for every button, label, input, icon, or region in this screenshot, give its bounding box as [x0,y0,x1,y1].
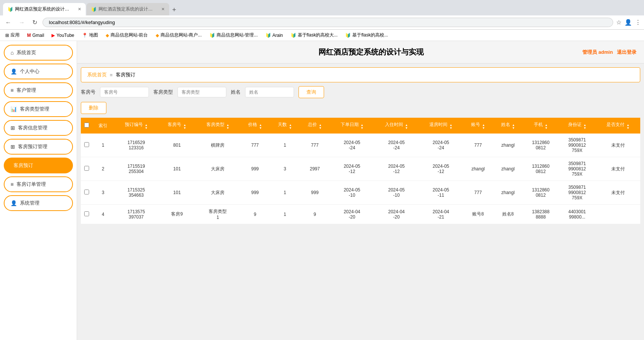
th-room-no[interactable]: 客房号 ▲▼ [158,118,195,134]
sort-arrows-days: ▲▼ [289,124,292,130]
row-checkbox[interactable] [84,190,89,194]
th-price[interactable]: 价格 ▲▼ [240,118,270,134]
row-checkbox[interactable] [84,166,89,171]
sidebar-item-room-info[interactable]: ⊞ 客房信息管理 [4,120,73,136]
cell-price: 999 [240,157,270,181]
bookmark-maps[interactable]: 📍 地图 [80,31,100,39]
bookmark-label-flask2: 基于flask的高校... [352,32,388,38]
cell-room-no: 801 [158,134,195,157]
select-all-checkbox[interactable] [84,123,89,127]
th-checkin[interactable]: 入住时间 ▲▼ [374,118,418,134]
maps-icon: 📍 [82,33,88,38]
sidebar-item-sys-home[interactable]: ⌂ 系统首页 [4,45,73,61]
cell-checkout: 2024-05 -11 [419,181,463,205]
bookmarks-bar: ⊞ 应用 M Gmail ▶ YouTube 📍 地图 ◆ 商品信息网站-前台 … [0,30,644,41]
reload-btn[interactable]: ↻ [30,18,39,27]
sort-arrows-room-type: ▲▼ [226,124,229,130]
sort-arrows-booking-no: ▲▼ [145,124,148,130]
sidebar-label-sys-mgr: 系统管理 [20,200,39,206]
logout-btn[interactable]: 退出登录 [617,49,636,55]
main-content: 网红酒店预定系统的设计与实现 管理员 admin 退出登录 系统首页 ≡ 客房预… [77,41,644,340]
bookmark-star-btn[interactable]: ☆ [616,19,621,26]
row-checkbox[interactable] [84,211,89,216]
cell-name: zhangl [493,134,523,157]
query-btn[interactable]: 查询 [299,86,324,98]
cell-booking-no: 1715519 255304 [114,157,158,181]
bookmark-shop-merchant[interactable]: ◆ 商品信息网站-商户... [153,31,204,39]
breadcrumb-current: 客房预订 [116,71,135,78]
cell-booking-no: 1716529 123316 [114,134,158,157]
sort-arrows-idcard: ▲▼ [583,124,586,130]
sidebar-item-booking-order[interactable]: ≡ 客房订单管理 [4,176,73,192]
table-row: 3 1715325 354663 101 大床房 999 1 999 2024-… [81,181,640,205]
name-input[interactable] [245,87,294,97]
sidebar-item-room-type[interactable]: 📊 客房类型管理 [4,101,73,117]
sys-icon: 👤 [11,200,17,206]
bookmark-label-shop-admin: 商品信息网站-管理... [217,32,258,38]
th-name[interactable]: 姓名 ▲▼ [493,118,523,134]
th-checkout[interactable]: 退房时间 ▲▼ [419,118,463,134]
bookmark-youtube[interactable]: ▶ YouTube [49,32,76,39]
cell-room-type: 客房类型 1 [195,205,240,224]
room-no-label: 客房号 [81,89,95,96]
bookmark-gmail[interactable]: M Gmail [25,32,46,39]
sidebar-label-room-booking: 客房预订 [14,162,33,169]
sort-arrows-name: ▲▼ [512,124,515,130]
cell-days: 1 [270,181,300,205]
tab-inactive[interactable]: 🔰 网红酒店预定系统的设计与实现 ✕ [86,3,169,15]
sort-arrows-total: ▲▼ [319,124,322,130]
bookmark-apps[interactable]: ⊞ 应用 [3,31,22,39]
cell-booking-no: 1715325 354663 [114,181,158,205]
th-idcard[interactable]: 身份证 ▲▼ [559,118,596,134]
table-row: 2 1715519 255304 101 大床房 999 3 2997 2024… [81,157,640,181]
th-days[interactable]: 天数 ▲▼ [270,118,300,134]
th-total[interactable]: 总价 ▲▼ [300,118,330,134]
cell-account: 777 [463,181,493,205]
bookmark-shop-front[interactable]: ◆ 商品信息网站-前台 [103,31,150,39]
th-payment[interactable]: 是否支付 ▲▼ [596,118,640,134]
row-checkbox-cell [81,134,92,157]
cell-index: 2 [92,157,114,181]
bookmark-arain[interactable]: 🔰 Arain [263,32,285,39]
bookmark-flask1[interactable]: 🔰 基于flask的高校大... [288,31,340,39]
sort-arrows-account: ▲▼ [482,124,485,130]
tab-close-btn[interactable]: ✕ [78,7,81,12]
menu-btn[interactable]: ⋮ [635,19,641,26]
bookmark-flask2[interactable]: 🔰 基于flask的高校... [343,31,390,39]
th-account[interactable]: 账号 ▲▼ [463,118,493,134]
grid2-icon: ⊞ [11,144,15,150]
room-no-input[interactable] [100,87,149,97]
profile-btn[interactable]: 👤 [624,19,632,26]
table-row: 1 1716529 123316 801 棋牌房 777 1 777 2024-… [81,134,640,157]
sidebar-item-room-booking-mgr[interactable]: ⊞ 客房预订管理 [4,139,73,155]
breadcrumb-home[interactable]: 系统首页 [87,71,107,78]
back-btn[interactable]: ← [3,18,14,27]
tab-close-btn-2[interactable]: ✕ [161,7,165,12]
th-phone[interactable]: 手机 ▲▼ [523,118,559,134]
tab-active[interactable]: 🔰 网红酒店预定系统的设计与实现 ✕ [3,3,86,15]
forward-btn[interactable]: → [17,18,27,27]
tab-title: 网红酒店预定系统的设计与实现 [15,6,73,12]
cell-name: zhangl [493,181,523,205]
home-icon: ⌂ [11,50,14,56]
person-icon: 👤 [11,68,17,74]
th-order-date[interactable]: 下单日期 ▲▼ [330,118,374,134]
room-type-input[interactable] [177,87,226,97]
th-booking-no[interactable]: 预订编号 ▲▼ [114,118,158,134]
cell-total: 999 [300,181,330,205]
delete-btn[interactable]: 删除 [81,102,106,114]
th-room-type[interactable]: 客房类型 ▲▼ [195,118,240,134]
sidebar-item-room-booking[interactable]: 客房预订 [4,158,73,173]
bookmark-shop-admin[interactable]: 🔰 商品信息网站-管理... [207,31,260,39]
cell-idcard: 3509871 9900812 759X [559,134,596,157]
row-checkbox[interactable] [84,142,89,147]
app-container: ⌂ 系统首页 👤 个人中心 ≡ 客户管理 📊 客房类型管理 ⊞ 客房信息管理 ⊞… [0,41,644,340]
sidebar-item-sys-mgr[interactable]: 👤 系统管理 [4,195,73,211]
cell-order-date: 2024-04 -20 [330,205,374,224]
sidebar-item-personal[interactable]: 👤 个人中心 [4,64,73,79]
new-tab-btn[interactable]: + [169,5,179,15]
sidebar-item-customer[interactable]: ≡ 客户管理 [4,82,73,98]
address-bar[interactable] [42,18,613,27]
cell-checkout: 2024-05 -24 [419,134,463,157]
row-checkbox-cell [81,157,92,181]
